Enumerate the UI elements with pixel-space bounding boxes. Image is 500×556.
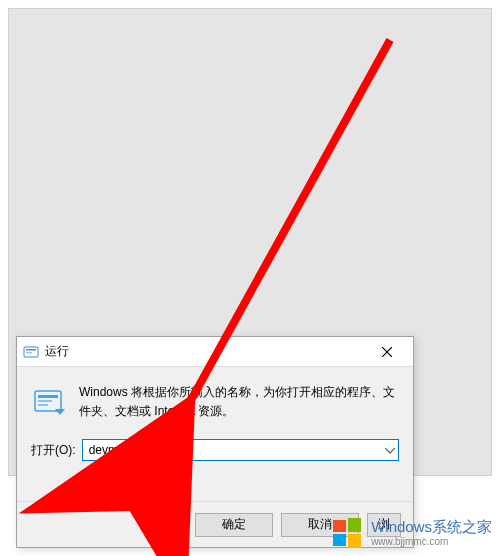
svg-rect-10 bbox=[333, 520, 346, 532]
svg-rect-1 bbox=[26, 349, 36, 351]
command-combobox[interactable] bbox=[82, 439, 399, 461]
close-button[interactable] bbox=[367, 338, 407, 366]
watermark-main: Windows系统之家 bbox=[371, 519, 492, 536]
svg-rect-11 bbox=[348, 518, 361, 532]
run-program-icon bbox=[31, 385, 67, 421]
ok-button[interactable]: 确定 bbox=[195, 513, 273, 537]
svg-rect-8 bbox=[38, 404, 48, 406]
description-row: Windows 将根据你所输入的名称，为你打开相应的程序、文件夹、文档或 Int… bbox=[31, 383, 399, 421]
description-text: Windows 将根据你所输入的名称，为你打开相应的程序、文件夹、文档或 Int… bbox=[79, 383, 399, 421]
close-icon bbox=[382, 347, 392, 357]
watermark: Windows系统之家 www.bjjmmc.com bbox=[331, 516, 492, 550]
svg-rect-2 bbox=[26, 352, 32, 354]
command-input[interactable] bbox=[82, 439, 399, 461]
svg-rect-13 bbox=[348, 534, 361, 548]
windows-logo-icon bbox=[331, 516, 365, 550]
open-label: 打开(O): bbox=[31, 442, 76, 459]
svg-rect-12 bbox=[333, 534, 346, 546]
run-title-icon bbox=[23, 344, 39, 360]
svg-rect-6 bbox=[38, 395, 58, 398]
dialog-title: 运行 bbox=[45, 343, 367, 360]
svg-rect-7 bbox=[38, 400, 52, 402]
input-row: 打开(O): bbox=[31, 439, 399, 461]
titlebar: 运行 bbox=[17, 337, 413, 367]
watermark-sub: www.bjjmmc.com bbox=[371, 536, 492, 547]
watermark-text: Windows系统之家 www.bjjmmc.com bbox=[371, 519, 492, 547]
dialog-body: Windows 将根据你所输入的名称，为你打开相应的程序、文件夹、文档或 Int… bbox=[17, 367, 413, 501]
